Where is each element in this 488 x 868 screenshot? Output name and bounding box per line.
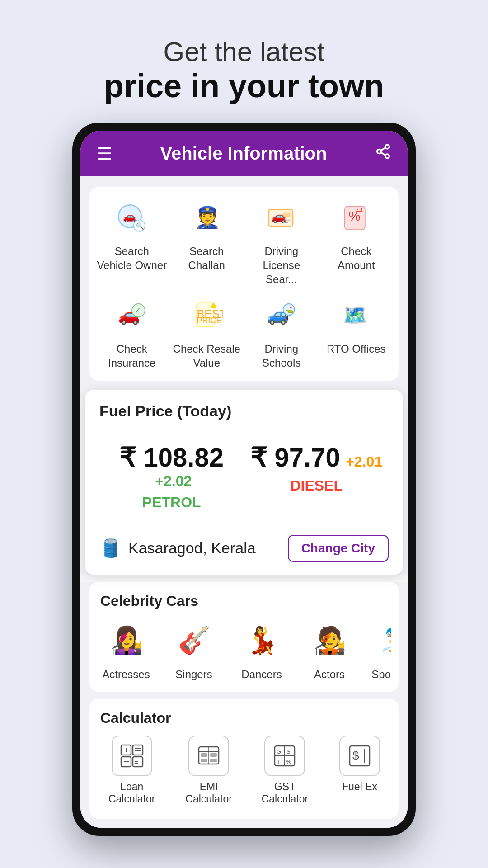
check-resale-label: Check Resale Value [172, 342, 242, 370]
grid-item-search-vehicle-owner[interactable]: 🚗 🔍 Search Vehicle Owner [97, 198, 167, 287]
svg-rect-48 [210, 753, 217, 757]
top-tagline: Get the latest price in your town [104, 36, 384, 104]
petrol-price-change: +2.02 [155, 473, 192, 489]
emi-calc-icon [188, 736, 229, 776]
change-city-button[interactable]: Change City [288, 535, 389, 562]
phone-mockup: ☰ Vehicle Information [72, 123, 416, 836]
diesel-price-item: ₹ 97.70 +2.01 DIESEL [244, 442, 389, 511]
svg-text:%: % [286, 758, 291, 765]
fuel-city-left: 🛢️ Kasaragod, Kerala [99, 538, 256, 559]
diesel-price-value: ₹ 97.70 [250, 443, 340, 472]
singers-label: Singers [175, 668, 212, 681]
driving-license-label: Driving License Sear... [246, 244, 317, 287]
svg-text:S: S [286, 748, 291, 755]
calculator-row: = Loan Calculator [97, 736, 391, 805]
loan-calc-icon: = [112, 736, 152, 776]
celebrity-section-title: Celebrity Cars [97, 593, 391, 609]
grid-item-rto-offices[interactable]: 🗺️ RTO Offices [321, 296, 392, 370]
svg-text:✓: ✓ [134, 306, 141, 315]
fuel-calc-label: Fuel Ex [342, 781, 377, 793]
grid-item-check-amount[interactable]: % 🏷 Check Amount [321, 198, 392, 287]
svg-text:=: = [134, 759, 138, 766]
tagline-line2: price in your town [104, 67, 384, 104]
fuel-drop-icon: 🛢️ [99, 538, 122, 559]
celebrity-item-actors[interactable]: 🧑‍🎤 Actors [300, 618, 359, 681]
celebrity-item-dancers[interactable]: 💃 Dancers [232, 618, 291, 681]
check-insurance-label: Check Insurance [97, 342, 167, 370]
grid-item-driving-schools[interactable]: 🚙 ⛳ Driving Schools [246, 296, 317, 370]
search-challan-label: Search Challan [172, 244, 242, 272]
check-amount-label: Check Amount [321, 244, 392, 272]
grid-item-search-challan[interactable]: 👮 Search Challan [172, 198, 242, 287]
svg-text:⛷️: ⛷️ [381, 625, 391, 656]
menu-icon[interactable]: ☰ [97, 145, 112, 162]
dancers-label: Dancers [241, 668, 282, 681]
svg-rect-47 [201, 753, 207, 757]
actors-icon: 🧑‍🎤 [307, 618, 352, 664]
svg-line-4 [381, 148, 385, 151]
svg-text:T: T [277, 758, 280, 765]
sports-icon: ⛷️ [375, 618, 391, 664]
check-resale-icon: BEST PRICE [186, 296, 227, 336]
app-content: 🚗 🔍 Search Vehicle Owner 👮 [80, 176, 408, 575]
search-vehicle-owner-label: Search Vehicle Owner [97, 244, 167, 272]
calc-item-gst[interactable]: G S T % GST Calculator [251, 736, 319, 805]
diesel-label: DIESEL [244, 477, 389, 494]
diesel-price-change: +2.01 [346, 453, 382, 470]
search-challan-icon: 👮 [186, 198, 227, 239]
search-vehicle-icon: 🚗 🔍 [112, 198, 152, 239]
calc-item-fuel[interactable]: $ Fuel Ex [328, 736, 391, 805]
svg-text:💃: 💃 [246, 625, 279, 656]
grid-item-check-resale[interactable]: BEST PRICE Check Resale Value [172, 296, 242, 370]
actresses-icon: 👩‍🎤 [103, 618, 149, 664]
celebrity-item-actresses[interactable]: 👩‍🎤 Actresses [97, 618, 155, 681]
share-icon[interactable] [375, 143, 391, 164]
actresses-label: Actresses [102, 668, 150, 681]
fuel-city-name: Kasaragod, Kerala [128, 539, 256, 557]
svg-rect-50 [210, 759, 217, 762]
gst-calc-icon: G S T % [264, 736, 305, 776]
emi-calc-label: EMI Calculator [176, 781, 241, 805]
grid-item-driving-license[interactable]: 🚗 Driving License Sear... [246, 198, 317, 287]
svg-text:G: G [277, 748, 281, 755]
petrol-price-item: ₹ 108.82 +2.02 PETROL [99, 442, 244, 511]
svg-text:🧑‍🎤: 🧑‍🎤 [314, 625, 347, 656]
driving-schools-label: Driving Schools [246, 342, 317, 370]
driving-schools-icon: 🚙 ⛳ [261, 296, 302, 336]
celebrity-row: 👩‍🎤 Actresses 🎸 Singers [97, 618, 391, 681]
grid-item-check-insurance[interactable]: 🚗 ✓ Check Insurance [97, 296, 167, 370]
svg-text:🗺️: 🗺️ [343, 303, 367, 326]
app-header: ☰ Vehicle Information [80, 131, 408, 176]
svg-line-3 [381, 152, 385, 155]
celebrity-item-sports[interactable]: ⛷️ Sports Per [368, 618, 391, 681]
svg-text:👩‍🎤: 👩‍🎤 [110, 625, 143, 656]
celebrity-item-singers[interactable]: 🎸 Singers [164, 618, 223, 681]
rto-offices-label: RTO Offices [327, 342, 386, 356]
fuel-prices-row: ₹ 108.82 +2.02 PETROL ₹ 97.70 +2.01 [99, 429, 389, 524]
svg-text:PRICE: PRICE [197, 316, 222, 325]
petrol-label: PETROL [99, 494, 244, 511]
calc-item-loan[interactable]: = Loan Calculator [97, 736, 167, 805]
fuel-calc-icon: $ [339, 736, 380, 776]
actors-label: Actors [314, 668, 345, 681]
celebrity-section: Celebrity Cars 👩‍🎤 Actresses [89, 582, 399, 692]
loan-calc-label: Loan Calculator [97, 781, 167, 805]
tagline-line1: Get the latest [104, 36, 384, 67]
fuel-price-title: Fuel Price (Today) [99, 402, 389, 420]
petrol-price-value: ₹ 108.82 [119, 443, 224, 472]
phone-screen: ☰ Vehicle Information [80, 131, 408, 828]
singers-icon: 🎸 [171, 618, 216, 664]
diesel-value-row: ₹ 97.70 +2.01 [244, 442, 389, 473]
phone-lower: Celebrity Cars 👩‍🎤 Actresses [80, 582, 408, 828]
driving-license-icon: 🚗 [261, 198, 302, 239]
petrol-value-row: ₹ 108.82 +2.02 [99, 442, 244, 490]
svg-rect-49 [201, 759, 207, 762]
calc-item-emi[interactable]: EMI Calculator [176, 736, 241, 805]
svg-text:$: $ [352, 749, 359, 762]
svg-text:🔍: 🔍 [136, 222, 144, 230]
svg-rect-12 [283, 212, 290, 217]
gst-calc-label: GST Calculator [251, 781, 319, 805]
sports-label: Sports Per [371, 668, 391, 681]
calculator-section: Calculator [89, 699, 399, 819]
svg-text:🏷: 🏷 [355, 206, 362, 214]
